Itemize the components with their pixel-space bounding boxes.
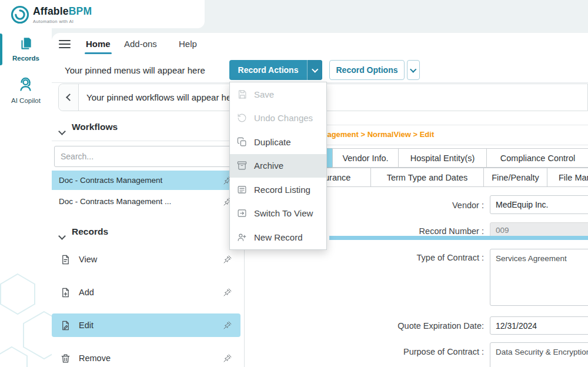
contract-type-field[interactable]: Services Agreement	[490, 249, 588, 306]
menu-item-label: New Record	[254, 232, 303, 242]
record-options-dropdown-toggle[interactable]	[407, 60, 420, 80]
tab-fine-penalty[interactable]: Fine/Penalty	[483, 168, 547, 187]
sidebar-item-records[interactable]: Records	[0, 33, 52, 67]
workflow-list-item[interactable]: Doc - Contracts Management ...	[52, 192, 240, 211]
tab-compliance-control[interactable]: Compliance Control	[486, 148, 588, 168]
records-files-icon	[18, 36, 34, 51]
workflows-header-divider	[52, 141, 244, 141]
hamburger-menu-icon[interactable]	[59, 40, 71, 48]
collapse-left-button[interactable]	[59, 84, 79, 111]
chevron-down-icon	[58, 232, 66, 240]
records-item-remove[interactable]: Remove	[52, 346, 240, 367]
menu-item-undo-changes: Undo Changes	[230, 106, 326, 131]
workflow-item-label: Doc - Contracts Management ...	[59, 197, 171, 206]
workflows-collapse-toggle[interactable]	[59, 126, 65, 136]
pinned-workflows-placeholder: Your pinned workflows will appear here	[86, 92, 239, 102]
menu-item-label: Save	[254, 89, 274, 99]
archive-icon	[237, 161, 247, 171]
view-record-icon	[60, 254, 71, 265]
records-section-title: Records	[72, 226, 108, 237]
search-box	[54, 146, 240, 167]
ai-copilot-icon	[16, 75, 35, 93]
records-item-add[interactable]: Add	[52, 281, 240, 304]
records-collapse-toggle[interactable]	[59, 231, 65, 241]
chevron-down-icon	[410, 66, 417, 72]
pin-icon[interactable]	[223, 321, 232, 330]
app-header: AffableBPM Automation with AI	[0, 0, 205, 28]
tab-hospital-entity[interactable]: Hospital Entity(s)	[398, 148, 487, 168]
menu-item-label: Record Listing	[254, 185, 310, 195]
sidebar-item-ai-copilot[interactable]: AI Copilot	[0, 73, 52, 109]
record-actions-dropdown-toggle[interactable]	[308, 60, 322, 80]
records-item-edit[interactable]: Edit	[52, 313, 240, 337]
trash-icon	[60, 353, 71, 364]
undo-icon	[237, 113, 247, 123]
tab-file-management[interactable]: File Management	[547, 168, 588, 187]
menu-item-label: Duplicate	[254, 137, 291, 147]
workflow-list-item[interactable]: Doc - Contracts Management	[52, 171, 240, 190]
brand-name-secondary: BPM	[69, 5, 92, 18]
records-item-label: Edit	[79, 321, 223, 330]
menu-item-new-record[interactable]: New Record	[230, 225, 326, 249]
menu-item-label: Undo Changes	[254, 113, 313, 123]
record-actions-label: Record Actions	[229, 60, 307, 80]
tab-add-ons[interactable]: Add-ons	[124, 39, 157, 49]
new-record-icon	[237, 232, 247, 242]
record-listing-icon	[237, 185, 247, 195]
vendor-label: Vendor :	[302, 201, 484, 210]
save-icon	[237, 89, 247, 99]
workflows-section-title: Workflows	[72, 122, 118, 132]
record-options-button[interactable]: Record Options	[329, 60, 405, 80]
tab-help[interactable]: Help	[179, 39, 197, 49]
app-root: AffableBPM Automation with AI Records AI…	[0, 0, 588, 367]
chevron-down-icon	[58, 128, 66, 135]
pin-icon[interactable]	[223, 288, 232, 297]
search-input[interactable]	[54, 146, 240, 167]
quote-date-field[interactable]	[490, 316, 588, 335]
workflow-item-label: Doc - Contracts Management	[59, 176, 162, 185]
menu-item-label: Archive	[254, 161, 283, 171]
tab-term-type-dates[interactable]: Term Type and Dates	[370, 168, 484, 187]
brand-tagline: Automation with AI	[33, 19, 92, 24]
section-progress-bar	[329, 236, 588, 240]
record-actions-menu: Save Undo Changes Duplicate Archive	[229, 82, 327, 250]
menu-item-save: Save	[230, 82, 326, 106]
contract-type-label: Type of Contract :	[302, 253, 484, 262]
tab-home[interactable]: Home	[86, 39, 111, 49]
brand-text: AffableBPM Automation with AI	[33, 5, 92, 24]
quote-date-label: Quote Expiration Date:	[302, 321, 484, 331]
purpose-label: Purpose of Contract :	[302, 347, 484, 356]
pin-icon[interactable]	[223, 255, 232, 264]
pin-icon[interactable]	[223, 353, 232, 363]
sidebar-records-label: Records	[0, 55, 52, 62]
brand-name-primary: Affable	[33, 5, 69, 18]
records-item-label: Remove	[79, 353, 223, 363]
record-number-label: Record Number :	[302, 226, 484, 236]
chevron-down-icon	[312, 66, 318, 72]
home-active-underline	[85, 52, 112, 54]
sidebar-copilot-label: AI Copilot	[0, 97, 52, 104]
menu-item-label: Switch To View	[254, 208, 313, 218]
menu-item-switch-to-view[interactable]: Switch To View	[230, 202, 326, 226]
add-record-icon	[60, 287, 71, 298]
menu-item-duplicate[interactable]: Duplicate	[230, 130, 326, 154]
tab-vendor-info[interactable]: Vendor Info.	[332, 148, 399, 168]
purpose-field[interactable]: Data Security & Encryption	[490, 342, 588, 367]
pinned-menus-placeholder: Your pinned menus will appear here	[65, 65, 205, 75]
edit-record-icon	[60, 320, 71, 331]
switch-to-view-icon	[237, 208, 247, 218]
chevron-left-icon	[66, 94, 74, 101]
menu-item-record-listing[interactable]: Record Listing	[230, 178, 326, 202]
records-item-view[interactable]: View	[52, 248, 240, 271]
vendor-field[interactable]	[490, 195, 588, 214]
record-options-label: Record Options	[336, 65, 397, 75]
records-item-label: View	[79, 255, 223, 264]
brand-logo-icon	[9, 4, 31, 25]
duplicate-icon	[237, 137, 247, 147]
record-actions-button[interactable]: Record Actions	[229, 60, 322, 80]
menu-item-archive[interactable]: Archive	[230, 154, 326, 178]
records-item-label: Add	[79, 288, 223, 297]
